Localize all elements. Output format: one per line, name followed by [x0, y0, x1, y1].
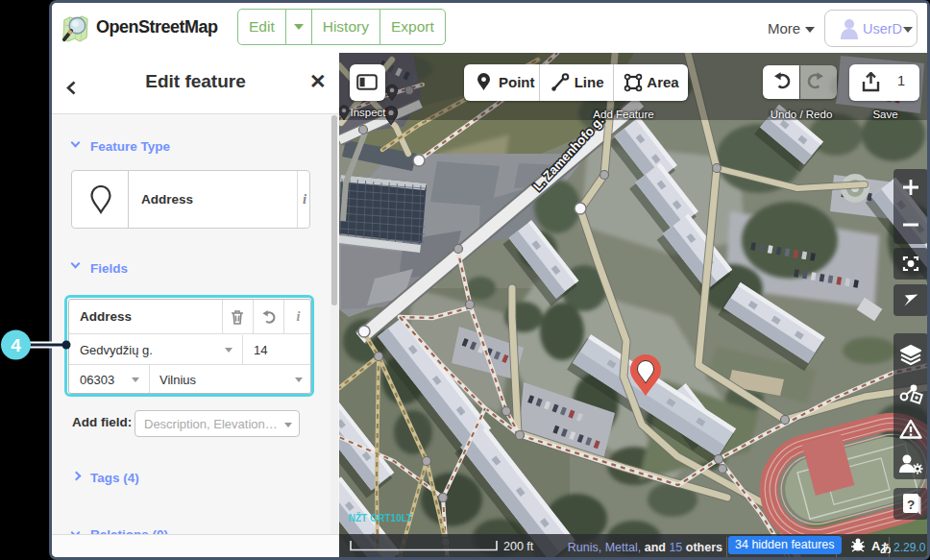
svg-text:あ: あ	[880, 541, 891, 554]
svg-text:?: ?	[907, 498, 915, 512]
svg-text:4: 4	[11, 335, 21, 355]
